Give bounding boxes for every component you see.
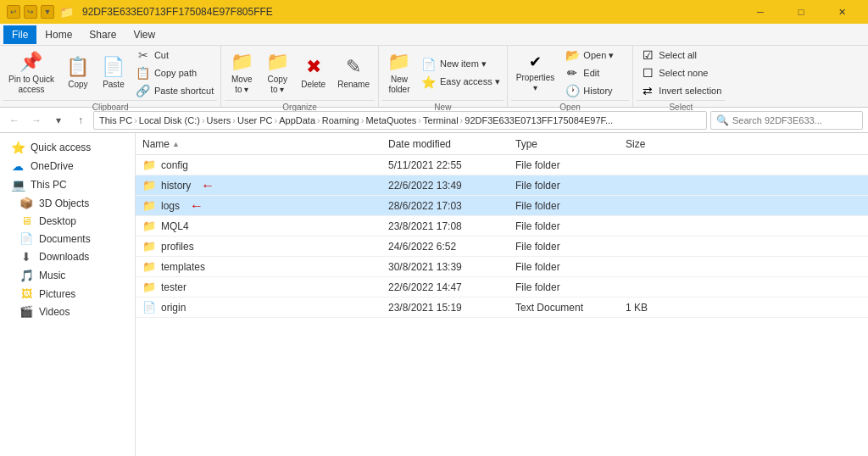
file-row[interactable]: 📁 profiles 24/6/2022 6:52 File folder (136, 236, 868, 257)
address-path[interactable]: This PC › Local Disk (C:) › Users › User… (93, 111, 707, 130)
new-item-button[interactable]: 📄 New item ▾ (418, 56, 504, 73)
properties-button[interactable]: ✔ Properties▾ (511, 47, 560, 98)
close-button[interactable]: ✕ (822, 0, 861, 24)
history-button[interactable]: 🕐 History (561, 82, 629, 99)
path-separator: › (317, 115, 320, 125)
select-buttons: ☑ Select all ☐ Select none ⇄ Invert sele… (637, 47, 725, 98)
file-cell-type: File folder (509, 241, 619, 253)
col-header-date[interactable]: Date modified (381, 133, 509, 154)
sidebar-item-music[interactable]: 🎵 Music (0, 266, 135, 285)
col-header-type[interactable]: Type (509, 133, 619, 154)
properties-icon[interactable]: ▼ (41, 5, 54, 19)
file-cell-type: File folder (509, 281, 619, 293)
back-button[interactable]: ← (5, 111, 24, 130)
menu-file[interactable]: File (3, 25, 36, 44)
cut-icon: ✂ (136, 48, 151, 62)
easy-access-button[interactable]: ⭐ Easy access ▾ (418, 74, 504, 91)
copy-to-button[interactable]: 📁 Copyto ▾ (260, 47, 294, 98)
file-row[interactable]: 📄 origin 23/8/2021 15:19 Text Document 1… (136, 298, 868, 318)
open-button[interactable]: 📂 Open ▾ (561, 47, 629, 64)
forward-button[interactable]: → (27, 111, 46, 130)
paste-button[interactable]: 📄 Paste (97, 47, 131, 98)
undo-icon[interactable]: ↪ (24, 5, 37, 19)
file-cell-type: Text Document (509, 302, 619, 314)
select-all-button[interactable]: ☑ Select all (637, 47, 725, 64)
minimize-button[interactable]: ─ (741, 0, 780, 24)
invert-selection-button[interactable]: ⇄ Invert selection (637, 82, 725, 99)
recent-button[interactable]: ▾ (49, 111, 68, 130)
new-folder-icon: 📁 (387, 51, 410, 73)
new-folder-button[interactable]: 📁 Newfolder (382, 47, 416, 98)
menu-share[interactable]: Share (81, 25, 125, 44)
file-cell-name: 📁 logs ← (136, 198, 381, 214)
file-cell-size: 1 KB (619, 302, 687, 314)
sidebar-item-downloads[interactable]: ⬇ Downloads (0, 247, 135, 266)
this-pc-icon: 💻 (10, 178, 25, 192)
edit-button[interactable]: ✏ Edit (561, 64, 629, 81)
paste-shortcut-button[interactable]: 🔗 Paste shortcut (132, 82, 217, 99)
invert-selection-label: Invert selection (659, 86, 721, 96)
folder-icon: 📁 (59, 5, 74, 19)
file-row[interactable]: 📁 templates 30/8/2021 13:39 File folder (136, 257, 868, 277)
quick-access-toolbar-icon[interactable]: ↩ (7, 5, 20, 19)
file-cell-type: File folder (509, 200, 619, 212)
file-cell-name: 📁 templates (136, 260, 381, 273)
search-box[interactable]: 🔍 (710, 111, 863, 130)
open-small-group: 📂 Open ▾ ✏ Edit 🕐 History (561, 47, 629, 98)
sidebar-item-label: Documents (39, 233, 91, 245)
3d-objects-icon: 📦 (19, 197, 34, 209)
file-name: logs (161, 200, 180, 212)
col-header-name[interactable]: Name ▲ (136, 133, 381, 154)
sidebar-item-onedrive[interactable]: ☁ OneDrive (0, 157, 135, 175)
file-row[interactable]: 📁 MQL4 23/8/2021 17:08 File folder (136, 216, 868, 236)
sidebar-item-desktop[interactable]: 🖥 Desktop (0, 212, 135, 230)
select-all-label: Select all (659, 50, 697, 60)
ribbon-group-new: 📁 Newfolder 📄 New item ▾ ⭐ Easy access ▾… (379, 46, 508, 107)
onedrive-icon: ☁ (10, 159, 25, 173)
up-button[interactable]: ↑ (71, 111, 90, 130)
search-input[interactable] (732, 115, 857, 125)
file-row[interactable]: 📁 config 5/11/2021 22:55 File folder (136, 155, 868, 175)
file-row[interactable]: 📁 tester 22/6/2022 14:47 File folder (136, 277, 868, 298)
file-name: history (161, 180, 191, 192)
select-none-icon: ☐ (640, 66, 655, 80)
paste-icon: 📄 (102, 56, 125, 78)
path-separator: › (275, 115, 278, 125)
path-separator: › (361, 115, 364, 125)
folder-icon: 📁 (142, 240, 156, 253)
sidebar-item-videos[interactable]: 🎬 Videos (0, 303, 135, 320)
pin-to-quick-access-button[interactable]: 📌 Pin to Quickaccess (3, 47, 59, 98)
col-header-size[interactable]: Size (619, 133, 687, 154)
file-cell-type: File folder (509, 159, 619, 171)
path-segment: Roaming (322, 115, 359, 125)
file-cell-name: 📁 profiles (136, 240, 381, 253)
file-name: origin (161, 302, 186, 314)
select-none-button[interactable]: ☐ Select none (637, 64, 725, 81)
maximize-button[interactable]: □ (782, 0, 821, 24)
sidebar-item-this-pc[interactable]: 💻 This PC (0, 175, 135, 194)
delete-button[interactable]: ✖ Delete (296, 47, 331, 98)
search-icon: 🔍 (716, 114, 729, 126)
copy-path-button[interactable]: 📋 Copy path (132, 64, 217, 81)
sidebar-item-documents[interactable]: 📄 Documents (0, 230, 135, 247)
menu-view[interactable]: View (125, 25, 164, 44)
sidebar-item-quick-access[interactable]: ⭐ Quick access (0, 138, 135, 157)
cut-button[interactable]: ✂ Cut (132, 47, 217, 64)
path-segment: MetaQuotes (365, 115, 416, 125)
new-label: New (382, 100, 504, 112)
copy-to-icon: 📁 (266, 51, 289, 73)
file-row[interactable]: 📁 logs ← 28/6/2022 17:03 File folder (136, 196, 868, 216)
file-cell-name: 📁 config (136, 158, 381, 171)
file-name: MQL4 (161, 220, 189, 232)
move-to-button[interactable]: 📁 Moveto ▾ (225, 47, 259, 98)
file-cell-date: 23/8/2021 15:19 (381, 302, 509, 314)
menu-bar: File Home Share View (0, 24, 868, 46)
sidebar-item-pictures[interactable]: 🖼 Pictures (0, 285, 135, 303)
menu-home[interactable]: Home (36, 25, 81, 44)
copy-button[interactable]: 📋 Copy (61, 47, 95, 98)
file-cell-name: 📄 origin (136, 301, 381, 314)
rename-button[interactable]: ✎ Rename (332, 47, 375, 98)
file-row[interactable]: 📁 history ← 22/6/2022 13:49 File folder (136, 175, 868, 196)
sidebar-item-3d-objects[interactable]: 📦 3D Objects (0, 194, 135, 212)
open-buttons: ✔ Properties▾ 📂 Open ▾ ✏ Edit 🕐 History (511, 47, 630, 98)
